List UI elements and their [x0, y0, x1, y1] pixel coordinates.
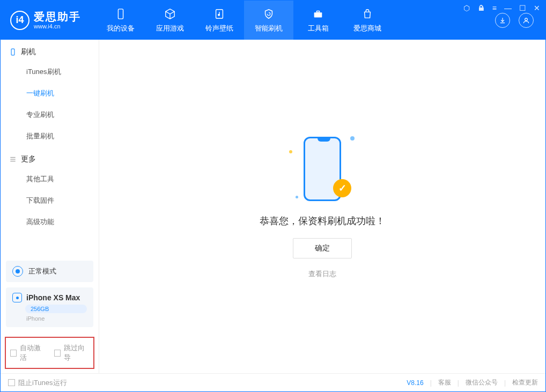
sidebar-item-other-tools[interactable]: 其他工具 — [1, 168, 99, 190]
logo: i4 爱思助手 www.i4.cn — [1, 1, 91, 40]
maximize-button[interactable]: ☐ — [519, 4, 526, 12]
tshirt-icon[interactable]: ⬡ — [463, 4, 470, 12]
sidebar-item-batch-flash[interactable]: 批量刷机 — [1, 125, 99, 147]
phone-icon — [9, 48, 17, 56]
device-card[interactable]: iPhone XS Max 256GB iPhone — [6, 287, 93, 327]
device-capacity: 256GB — [25, 305, 87, 313]
tab-store[interactable]: 爱思商城 — [343, 1, 392, 40]
sidebar-item-pro-flash[interactable]: 专业刷机 — [1, 104, 99, 125]
checkbox-skip-guide[interactable]: 跳过向导 — [54, 343, 90, 363]
main-tabs: 我的设备 应用游戏 铃声壁纸 智能刷机 工具箱 爱思商城 — [96, 1, 483, 40]
sidebar-section-more: 更多 — [1, 147, 99, 168]
tab-toolbox[interactable]: 工具箱 — [293, 1, 343, 40]
cube-icon — [164, 8, 176, 20]
success-illustration: ✓ — [285, 134, 360, 204]
check-badge-icon: ✓ — [333, 179, 351, 197]
checkbox-icon — [8, 379, 15, 386]
music-note-icon — [213, 8, 226, 20]
sidebar-item-oneclick-flash[interactable]: 一键刷机 — [1, 83, 99, 104]
footer-wechat-link[interactable]: 微信公众号 — [466, 378, 498, 387]
checkbox-auto-activate[interactable]: 自动激活 — [10, 343, 46, 363]
svg-point-2 — [218, 14, 220, 16]
mode-card[interactable]: 正常模式 — [6, 261, 93, 282]
minimize-button[interactable]: — — [504, 4, 512, 12]
list-icon — [9, 156, 17, 163]
body: 刷机 iTunes刷机 一键刷机 专业刷机 批量刷机 更多 其他工具 下载固件 … — [1, 40, 545, 373]
checkbox-block-itunes[interactable]: 阻止iTunes运行 — [8, 378, 67, 388]
footer: 阻止iTunes运行 V8.16 | 客服 | 微信公众号 | 检查更新 — [1, 373, 545, 391]
user-button[interactable] — [519, 13, 534, 28]
tab-ringtones-wallpapers[interactable]: 铃声壁纸 — [195, 1, 244, 40]
store-icon — [361, 8, 374, 20]
svg-rect-0 — [118, 9, 123, 18]
success-message: 恭喜您，保资料刷机成功啦！ — [260, 215, 385, 227]
logo-icon: i4 — [10, 11, 29, 30]
version-label: V8.16 — [407, 379, 423, 387]
app-window: ⬡ 🔒︎ ≡ — ☐ ✕ i4 爱思助手 www.i4.cn 我的设备 应用游戏 — [0, 0, 546, 392]
checkbox-icon — [10, 350, 17, 357]
sidebar-item-itunes-flash[interactable]: iTunes刷机 — [1, 61, 99, 83]
footer-support-link[interactable]: 客服 — [438, 378, 451, 387]
svg-rect-3 — [314, 12, 322, 17]
download-button[interactable] — [495, 13, 510, 28]
window-controls: ⬡ 🔒︎ ≡ — ☐ ✕ — [463, 4, 540, 12]
close-button[interactable]: ✕ — [534, 4, 540, 12]
device-icon — [114, 8, 127, 20]
tab-apps-games[interactable]: 应用游戏 — [145, 1, 195, 40]
view-log-link[interactable]: 查看日志 — [308, 269, 336, 279]
mode-icon — [12, 266, 23, 277]
app-name: 爱思助手 — [34, 10, 81, 23]
mode-label: 正常模式 — [28, 267, 56, 276]
toolbox-icon — [312, 8, 324, 20]
ok-button[interactable]: 确定 — [293, 238, 352, 258]
sidebar: 刷机 iTunes刷机 一键刷机 专业刷机 批量刷机 更多 其他工具 下载固件 … — [1, 40, 99, 373]
refresh-shield-icon — [262, 8, 275, 20]
sidebar-section-flash: 刷机 — [1, 40, 99, 61]
tab-smart-flash[interactable]: 智能刷机 — [244, 1, 293, 40]
sidebar-item-advanced[interactable]: 高级功能 — [1, 211, 99, 233]
tab-my-device[interactable]: 我的设备 — [96, 1, 145, 40]
svg-rect-4 — [316, 11, 320, 12]
sidebar-item-download-firmware[interactable]: 下载固件 — [1, 190, 99, 211]
device-name: iPhone XS Max — [26, 293, 80, 302]
device-type: iPhone — [26, 315, 87, 322]
menu-icon[interactable]: ≡ — [492, 4, 497, 12]
lock-icon[interactable]: 🔒︎ — [477, 4, 485, 12]
highlighted-checkboxes: 自动激活 跳过向导 — [5, 337, 94, 369]
checkbox-icon — [54, 350, 61, 357]
header: ⬡ 🔒︎ ≡ — ☐ ✕ i4 爱思助手 www.i4.cn 我的设备 应用游戏 — [1, 1, 545, 40]
app-url: www.i4.cn — [34, 23, 81, 30]
main-content: ✓ 恭喜您，保资料刷机成功啦！ 确定 查看日志 — [99, 40, 545, 373]
svg-rect-6 — [11, 49, 14, 55]
svg-point-5 — [525, 18, 528, 20]
device-phone-icon — [12, 293, 22, 302]
footer-update-link[interactable]: 检查更新 — [512, 378, 538, 387]
